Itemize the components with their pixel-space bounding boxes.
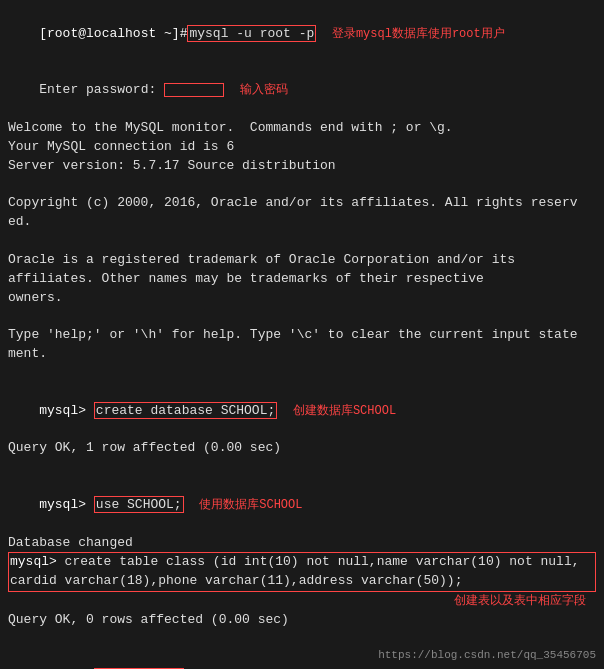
- prompt-prefix: [root@localhost ~]: [39, 26, 179, 41]
- create-table-block: mysql> create table class (id int(10) no…: [8, 552, 596, 592]
- blank5: [8, 458, 596, 477]
- welcome-line1: Welcome to the MySQL monitor. Commands e…: [8, 119, 596, 138]
- blank6: [8, 630, 596, 649]
- welcome-line3: Server version: 5.7.17 Source distributi…: [8, 157, 596, 176]
- password-label: Enter password:: [39, 82, 164, 97]
- create-db-line: mysql> create database SCHOOL; 创建数据库SCHO…: [8, 383, 596, 440]
- blank1: [8, 176, 596, 195]
- use-db-annotation: 使用数据库SCHOOL: [199, 498, 302, 512]
- help2: ment.: [8, 345, 596, 364]
- create-table-annotation: 创建表以及表中相应字段: [454, 594, 586, 608]
- help1: Type 'help;' or '\h' for help. Type '\c'…: [8, 326, 596, 345]
- copyright2: ed.: [8, 213, 596, 232]
- password-input-box: [164, 83, 224, 97]
- blank4: [8, 364, 596, 383]
- terminal-window: [root@localhost ~]#mysql -u root -p 登录my…: [0, 0, 604, 669]
- create-db-result: Query OK, 1 row affected (0.00 sec): [8, 439, 596, 458]
- oracle1: Oracle is a registered trademark of Orac…: [8, 251, 596, 270]
- use-db-cmd: use SCHOOL;: [94, 496, 184, 513]
- use-db-result: Database changed: [8, 534, 596, 553]
- prompt-line: [root@localhost ~]#mysql -u root -p 登录my…: [8, 6, 596, 63]
- password-annotation: 输入密码: [240, 83, 288, 97]
- create-table-line2: cardid varchar(18),phone varchar(11),add…: [8, 572, 596, 592]
- blank3: [8, 308, 596, 327]
- oracle3: owners.: [8, 289, 596, 308]
- mysql-prompt-2: mysql>: [39, 497, 94, 512]
- password-line: Enter password: 输入密码: [8, 63, 596, 120]
- login-annotation: 登录mysql数据库使用root用户: [332, 27, 505, 41]
- welcome-line2: Your MySQL connection id is 6: [8, 138, 596, 157]
- use-db-line: mysql> use SCHOOL; 使用数据库SCHOOL: [8, 477, 596, 534]
- create-table-annotation-line: 创建表以及表中相应字段: [8, 592, 596, 611]
- copyright1: Copyright (c) 2000, 2016, Oracle and/or …: [8, 194, 596, 213]
- create-table-line1: mysql> create table class (id int(10) no…: [8, 552, 596, 572]
- mysql-prompt-3: mysql>: [10, 554, 65, 569]
- create-db-cmd: create database SCHOOL;: [94, 402, 277, 419]
- oracle2: affiliates. Other names may be trademark…: [8, 270, 596, 289]
- login-command: mysql -u root -p: [187, 25, 316, 42]
- blank2: [8, 232, 596, 251]
- mysql-prompt-1: mysql>: [39, 403, 94, 418]
- create-db-annotation: 创建数据库SCHOOL: [293, 404, 396, 418]
- create-table-result: Query OK, 0 rows affected (0.00 sec): [8, 611, 596, 630]
- watermark: https://blog.csdn.net/qq_35456705: [378, 649, 596, 661]
